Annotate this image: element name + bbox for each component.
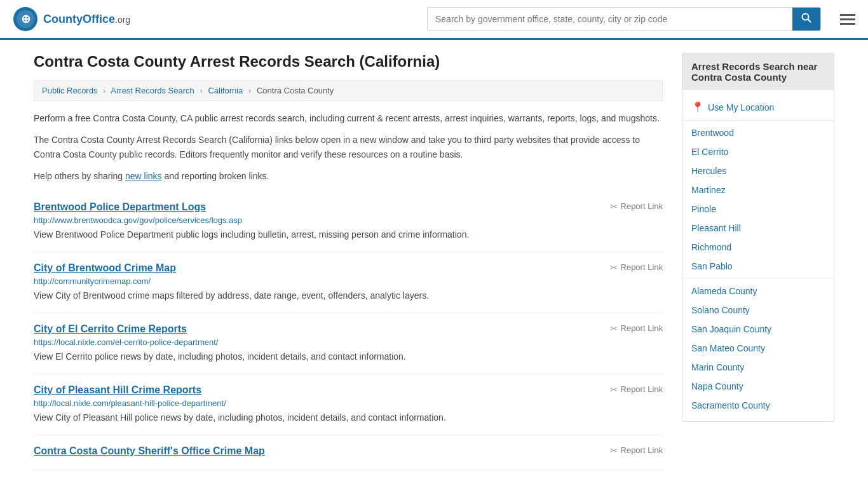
sidebar-city-link[interactable]: Hercules (682, 161, 834, 180)
breadcrumb: Public Records › Arrest Records Search ›… (34, 80, 663, 101)
sidebar-county-link[interactable]: Napa County (682, 377, 834, 396)
breadcrumb-link-california[interactable]: California (208, 86, 243, 95)
report-link-icon: ✂ (610, 445, 618, 456)
hamburger-menu[interactable] (840, 14, 855, 25)
result-desc: View City of Pleasant Hill police news b… (34, 411, 663, 424)
logo[interactable]: ⊕ CountyOffice.org (13, 6, 130, 32)
sidebar: Arrest Records Search near Contra Costa … (682, 53, 834, 470)
sidebar-links: 📍 Use My Location BrentwoodEl CerritoHer… (682, 90, 834, 421)
report-link-button[interactable]: ✂ Report Link (610, 445, 663, 456)
result-url[interactable]: http://www.brentwoodca.gov/gov/police/se… (34, 215, 663, 225)
report-link-label: Report Link (621, 323, 663, 333)
report-link-button[interactable]: ✂ Report Link (610, 262, 663, 273)
sidebar-divider-1 (682, 120, 834, 121)
search-input[interactable] (428, 9, 792, 29)
results-list: Brentwood Police Department Logs ✂ Repor… (34, 191, 663, 470)
result-header: City of Brentwood Crime Map ✂ Report Lin… (34, 262, 663, 274)
report-link-icon: ✂ (610, 323, 618, 334)
logo-text: CountyOffice.org (43, 13, 130, 26)
report-link-label: Report Link (621, 445, 663, 455)
report-link-button[interactable]: ✂ Report Link (610, 323, 663, 334)
sidebar-county-link[interactable]: Sacramento County (682, 396, 834, 415)
report-link-button[interactable]: ✂ Report Link (610, 384, 663, 395)
location-pin-icon: 📍 (691, 101, 704, 113)
result-title-link[interactable]: City of Brentwood Crime Map (34, 262, 176, 274)
report-link-button[interactable]: ✂ Report Link (610, 201, 663, 212)
search-button[interactable] (792, 8, 820, 30)
sidebar-county-link[interactable]: Marin County (682, 358, 834, 377)
search-icon (801, 13, 811, 23)
page-title: Contra Costa County Arrest Records Searc… (34, 53, 663, 71)
sidebar-city-link[interactable]: Pinole (682, 200, 834, 219)
result-title-link[interactable]: City of El Cerrito Crime Reports (34, 323, 187, 335)
result-header: Brentwood Police Department Logs ✂ Repor… (34, 201, 663, 213)
sidebar-city-link[interactable]: Martinez (682, 180, 834, 200)
sidebar-county-link[interactable]: Solano County (682, 301, 834, 320)
result-item: Brentwood Police Department Logs ✂ Repor… (34, 191, 663, 252)
result-url[interactable]: http://communitycrimemap.com/ (34, 276, 663, 286)
sidebar-city-link[interactable]: Richmond (682, 238, 834, 257)
result-title-link[interactable]: City of Pleasant Hill Crime Reports (34, 384, 201, 396)
report-link-label: Report Link (621, 201, 663, 211)
sidebar-city-link[interactable]: San Pablo (682, 257, 834, 276)
report-link-label: Report Link (621, 384, 663, 394)
result-title-link[interactable]: Contra Costa County Sheriff's Office Cri… (34, 445, 265, 457)
result-header: Contra Costa County Sheriff's Office Cri… (34, 445, 663, 457)
sidebar-header: Arrest Records Search near Contra Costa … (682, 53, 834, 90)
breadcrumb-current: Contra Costa County (257, 86, 334, 95)
description-para2: The Contra Costa County Arrest Records S… (34, 133, 663, 161)
result-item: City of Pleasant Hill Crime Reports ✂ Re… (34, 374, 663, 435)
breadcrumb-link-public-records[interactable]: Public Records (42, 86, 97, 95)
report-link-label: Report Link (621, 262, 663, 272)
content-area: Contra Costa County Arrest Records Searc… (34, 53, 663, 470)
svg-line-4 (808, 20, 811, 23)
logo-icon: ⊕ (13, 6, 38, 32)
sidebar-city-link[interactable]: Brentwood (682, 123, 834, 142)
sidebar-county-link[interactable]: San Joaquin County (682, 320, 834, 339)
new-links-link[interactable]: new links (125, 171, 162, 181)
search-bar (427, 7, 821, 31)
svg-text:⊕: ⊕ (21, 13, 31, 25)
report-link-icon: ✂ (610, 262, 618, 273)
sidebar-cities: BrentwoodEl CerritoHerculesMartinezPinol… (682, 123, 834, 276)
result-desc: View City of Brentwood crime maps filter… (34, 289, 663, 302)
sidebar-city-link[interactable]: El Cerrito (682, 142, 834, 161)
site-header: ⊕ CountyOffice.org (0, 0, 868, 40)
use-my-location-label: Use My Location (708, 102, 774, 112)
sidebar-county-link[interactable]: San Mateo County (682, 339, 834, 358)
sidebar-box: Arrest Records Search near Contra Costa … (682, 53, 834, 422)
result-header: City of Pleasant Hill Crime Reports ✂ Re… (34, 384, 663, 396)
use-my-location-button[interactable]: 📍 Use My Location (682, 97, 834, 118)
sidebar-city-link[interactable]: Pleasant Hill (682, 219, 834, 238)
result-header: City of El Cerrito Crime Reports ✂ Repor… (34, 323, 663, 335)
result-desc: View El Cerrito police news by date, inc… (34, 350, 663, 363)
result-item: City of Brentwood Crime Map ✂ Report Lin… (34, 252, 663, 313)
result-item: City of El Cerrito Crime Reports ✂ Repor… (34, 313, 663, 374)
result-desc: View Brentwood Police Department public … (34, 228, 663, 241)
sidebar-county-link[interactable]: Alameda County (682, 281, 834, 301)
sidebar-divider-2 (682, 278, 834, 279)
description-para1: Perform a free Contra Costa County, CA p… (34, 111, 663, 125)
description-para3: Help others by sharing new links and rep… (34, 169, 663, 183)
sidebar-counties: Alameda CountySolano CountySan Joaquin C… (682, 281, 834, 415)
report-link-icon: ✂ (610, 384, 618, 395)
result-title-link[interactable]: Brentwood Police Department Logs (34, 201, 206, 213)
result-item: Contra Costa County Sheriff's Office Cri… (34, 435, 663, 470)
result-url[interactable]: https://local.nixle.com/el-cerrito-polic… (34, 337, 663, 347)
breadcrumb-link-arrest-records[interactable]: Arrest Records Search (111, 86, 194, 95)
result-url[interactable]: http://local.nixle.com/pleasant-hill-pol… (34, 398, 663, 408)
main-container: Contra Costa County Arrest Records Searc… (21, 40, 847, 483)
svg-point-3 (803, 14, 809, 20)
report-link-icon: ✂ (610, 201, 618, 212)
